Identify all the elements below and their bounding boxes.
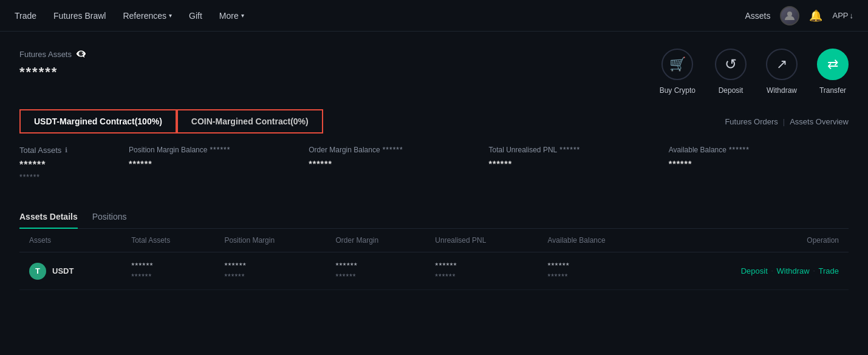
col-unrealised-pnl: Unrealised PNL bbox=[425, 229, 538, 252]
deposit-label: Deposit bbox=[719, 86, 743, 95]
total-assets-cell: ****** ****** bbox=[131, 261, 205, 281]
contract-tab-group: USDT-Margined Contract(100%) COIN-Margin… bbox=[19, 109, 323, 134]
available-balance-label: Available Balance ****** bbox=[669, 146, 849, 154]
nav-gift[interactable]: Gift bbox=[189, 11, 202, 21]
transfer-label: Transfer bbox=[819, 86, 846, 95]
balance-summary: Total Assets ℹ ****** ****** Position Ma… bbox=[19, 146, 849, 191]
contract-tabs-row: USDT-Margined Contract(100%) COIN-Margin… bbox=[19, 109, 849, 134]
futures-left: Futures Assets 👁‍🗨 ****** bbox=[19, 49, 87, 80]
col-assets: Assets bbox=[19, 229, 121, 252]
col-order-margin: Order Margin bbox=[326, 229, 425, 252]
withdraw-icon: ↗ bbox=[766, 49, 798, 80]
available-balance-sub: ****** bbox=[548, 272, 652, 281]
unrealised-pnl-value: ****** bbox=[489, 159, 669, 169]
assets-overview-link[interactable]: Assets Overview bbox=[790, 117, 849, 126]
order-margin-cell: ****** ****** bbox=[335, 261, 415, 281]
withdraw-button[interactable]: ↗ Withdraw bbox=[766, 49, 798, 95]
deposit-icon: ↺ bbox=[715, 49, 747, 80]
total-assets-section: Total Assets ℹ ****** ****** bbox=[19, 146, 129, 181]
col-available-balance: Available Balance bbox=[538, 229, 661, 252]
table-body: T USDT ****** ****** ****** ****** bbox=[19, 252, 849, 290]
assets-table: Assets Total Assets Position Margin Orde… bbox=[19, 229, 849, 290]
available-balance-item: Available Balance ****** ****** bbox=[669, 146, 849, 171]
position-margin-label: Position Margin Balance ****** bbox=[129, 146, 309, 154]
chevron-down-icon-more: ▾ bbox=[241, 12, 244, 19]
tab-divider: | bbox=[783, 117, 785, 126]
unrealised-pnl-sub: ****** bbox=[435, 272, 528, 281]
available-balance-main: ****** bbox=[548, 261, 652, 270]
position-margin-main: ****** bbox=[224, 261, 316, 270]
total-assets-label: Total Assets ℹ bbox=[19, 146, 129, 155]
total-assets-main: ****** bbox=[131, 261, 205, 270]
avatar[interactable] bbox=[780, 6, 799, 25]
position-margin-cell: ****** ****** bbox=[224, 261, 316, 281]
tab-links: Futures Orders | Assets Overview bbox=[725, 117, 849, 126]
total-assets-value: ****** bbox=[19, 160, 129, 171]
op-dot-2: · bbox=[813, 268, 815, 274]
order-margin-sub: ****** bbox=[335, 272, 415, 281]
deposit-button[interactable]: ↺ Deposit bbox=[715, 49, 747, 95]
position-margin-sub: ****** bbox=[224, 272, 316, 281]
table-row: T USDT ****** ****** ****** ****** bbox=[19, 252, 849, 290]
tab-positions[interactable]: Positions bbox=[92, 206, 127, 229]
col-operation: Operation bbox=[661, 229, 849, 252]
unrealised-pnl-label: Total Unrealised PNL ****** bbox=[489, 146, 669, 154]
total-assets-sub: ****** bbox=[19, 173, 129, 181]
op-withdraw-link[interactable]: Withdraw bbox=[777, 266, 810, 276]
tab-assets-details[interactable]: Assets Details bbox=[19, 206, 78, 229]
nav-references[interactable]: References ▾ bbox=[123, 11, 172, 21]
available-balance-cell: ****** ****** bbox=[548, 261, 652, 281]
unrealised-pnl-main: ****** bbox=[435, 261, 528, 270]
futures-actions: 🛒 Buy Crypto ↺ Deposit ↗ Withdraw ⇄ Tran… bbox=[660, 49, 849, 95]
total-assets-sub-cell: ****** bbox=[131, 272, 205, 281]
nav-trade[interactable]: Trade bbox=[15, 11, 36, 21]
futures-value: ****** bbox=[19, 64, 87, 80]
available-balance-value: ****** bbox=[669, 159, 849, 169]
inner-tabs: Assets Details Positions bbox=[19, 206, 849, 229]
order-margin-label: Order Margin Balance ****** bbox=[309, 146, 488, 154]
transfer-icon: ⇄ bbox=[817, 49, 849, 80]
cell-operations: Deposit · Withdraw · Trade bbox=[661, 252, 849, 290]
app-download-link[interactable]: APP ↓ bbox=[832, 11, 853, 20]
position-margin-value: ****** bbox=[129, 159, 309, 169]
cell-unrealised-pnl: ****** ****** bbox=[425, 252, 538, 290]
notification-bell-icon[interactable]: 🔔 bbox=[809, 9, 822, 22]
cell-available-balance: ****** ****** bbox=[538, 252, 661, 290]
op-dot-1: · bbox=[771, 268, 773, 274]
cell-position-margin: ****** ****** bbox=[214, 252, 326, 290]
op-trade-link[interactable]: Trade bbox=[819, 266, 839, 276]
position-margin-item: Position Margin Balance ****** ****** bbox=[129, 146, 309, 171]
nav-futures-brawl[interactable]: Futures Brawl bbox=[53, 11, 106, 21]
tab-coin-margined[interactable]: COIN-Margined Contract(0%) bbox=[177, 109, 323, 134]
order-margin-value: ****** bbox=[309, 159, 488, 169]
transfer-button[interactable]: ⇄ Transfer bbox=[817, 49, 849, 95]
chevron-down-icon: ▾ bbox=[169, 12, 172, 19]
buy-crypto-icon: 🛒 bbox=[661, 49, 693, 80]
futures-label: Futures Assets 👁‍🗨 bbox=[19, 49, 87, 59]
nav-left: Trade Futures Brawl References ▾ Gift Mo… bbox=[15, 11, 745, 21]
order-margin-item: Order Margin Balance ****** ****** bbox=[309, 146, 488, 171]
nav-more[interactable]: More ▾ bbox=[219, 11, 244, 21]
table-header: Assets Total Assets Position Margin Orde… bbox=[19, 229, 849, 252]
navbar: Trade Futures Brawl References ▾ Gift Mo… bbox=[0, 0, 868, 32]
col-total-assets: Total Assets bbox=[121, 229, 214, 252]
op-deposit-link[interactable]: Deposit bbox=[741, 266, 768, 276]
asset-name-usdt: USDT bbox=[52, 266, 73, 276]
cell-total-assets: ****** ****** bbox=[121, 252, 214, 290]
withdraw-label: Withdraw bbox=[767, 86, 797, 95]
order-margin-main: ****** bbox=[335, 261, 415, 270]
svg-point-0 bbox=[787, 12, 792, 16]
nav-assets-link[interactable]: Assets bbox=[745, 11, 770, 21]
unrealised-pnl-item: Total Unrealised PNL ****** ****** bbox=[489, 146, 669, 171]
eye-slash-icon[interactable]: 👁‍🗨 bbox=[75, 49, 87, 59]
unrealised-pnl-cell: ****** ****** bbox=[435, 261, 528, 281]
futures-header: Futures Assets 👁‍🗨 ****** 🛒 Buy Crypto ↺… bbox=[19, 49, 849, 95]
tab-usdt-margined[interactable]: USDT-Margined Contract(100%) bbox=[19, 109, 177, 134]
futures-orders-link[interactable]: Futures Orders bbox=[725, 117, 777, 126]
buy-crypto-label: Buy Crypto bbox=[660, 86, 695, 95]
buy-crypto-button[interactable]: 🛒 Buy Crypto bbox=[660, 49, 695, 95]
info-icon: ℹ bbox=[65, 146, 67, 154]
operations-cell: Deposit · Withdraw · Trade bbox=[671, 266, 839, 276]
download-icon: ↓ bbox=[850, 11, 854, 20]
asset-cell: T USDT bbox=[29, 263, 112, 280]
